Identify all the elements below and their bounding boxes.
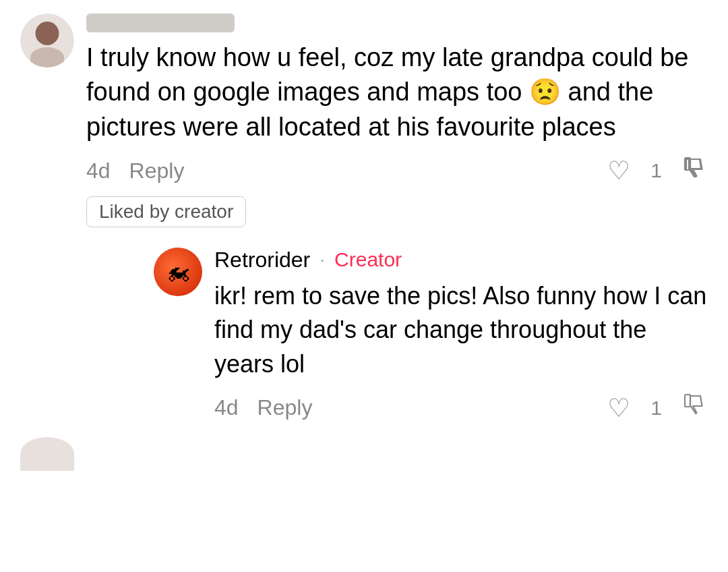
avatar-image (20, 13, 74, 67)
avatar (20, 13, 74, 67)
reply-comment: Retrorider · Creator ikr! rem to save th… (154, 248, 708, 424)
next-comment-preview (20, 437, 708, 471)
comments-list: I truly know how u feel, coz my late gra… (0, 0, 728, 484)
reply-avatar (154, 248, 202, 296)
reply-button[interactable]: Reply (129, 159, 185, 183)
comment-text: I truly know how u feel, coz my late gra… (86, 40, 708, 144)
reaction-buttons: ♡ 1 (607, 155, 708, 187)
dislike-icon[interactable] (682, 155, 708, 187)
dot-separator: · (320, 249, 325, 270)
creator-badge: Creator (334, 248, 402, 271)
reply-timestamp: 4d (214, 395, 239, 420)
avatar-head (36, 22, 59, 45)
nested-reply-button[interactable]: Reply (257, 395, 313, 420)
comment-meta: 4d Reply ♡ 1 (86, 155, 708, 187)
reply-like-count: 1 (650, 397, 662, 420)
reply-username-line: Retrorider · Creator (214, 248, 708, 273)
reply-meta: 4d Reply ♡ 1 (214, 392, 708, 424)
comment-body: I truly know how u feel, coz my late gra… (86, 13, 708, 424)
next-avatar (20, 437, 74, 471)
blurred-username (86, 13, 235, 32)
comment-item: I truly know how u feel, coz my late gra… (20, 13, 708, 424)
heart-icon[interactable]: ♡ (607, 156, 630, 185)
comment-timestamp: 4d (86, 159, 111, 183)
reply-username[interactable]: Retrorider (214, 248, 310, 273)
reply-text: ikr! rem to save the pics! Also funny ho… (214, 279, 708, 381)
svg-rect-1 (685, 395, 690, 407)
liked-by-creator-badge: Liked by creator (86, 196, 246, 227)
like-count: 1 (650, 159, 662, 182)
reply-reactions: ♡ 1 (607, 392, 708, 424)
reply-dislike-icon[interactable] (682, 392, 708, 424)
reply-body: Retrorider · Creator ikr! rem to save th… (214, 248, 708, 424)
reply-heart-icon[interactable]: ♡ (607, 393, 630, 423)
